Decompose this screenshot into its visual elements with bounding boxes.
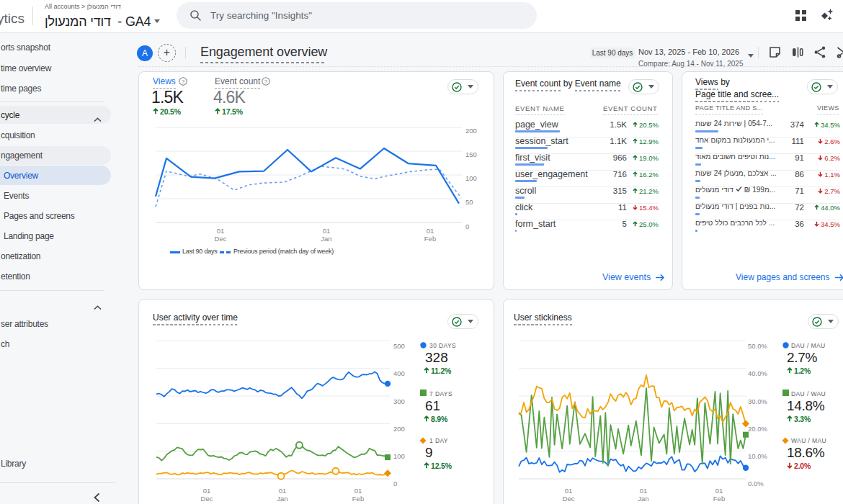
svg-text:?: ?: [182, 78, 185, 85]
svg-text:?: ?: [264, 78, 268, 85]
